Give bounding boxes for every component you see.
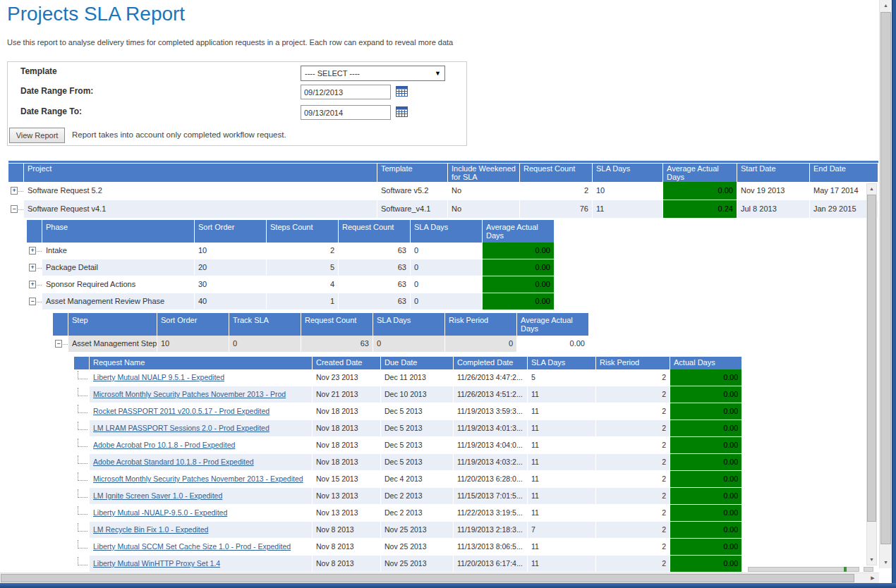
main-row: −Software Request v4.1Software_v4.1No761… — [8, 200, 878, 219]
request-name-link[interactable]: LM Ignite Screen Saver 1.0 - Expedited — [93, 491, 222, 500]
date-to-input[interactable] — [301, 105, 391, 120]
cell-sla_days: 11 — [528, 539, 596, 556]
collapse-icon[interactable]: − — [55, 340, 62, 348]
expand-cell — [74, 488, 90, 505]
expand-cell: − — [53, 336, 68, 353]
col-header-actual_days: Actual Days — [670, 357, 742, 369]
request-name-link[interactable]: Adobe Acrobat Standard 10.1.8 - Prod Exp… — [93, 458, 254, 466]
cell-sla_days: 11 — [528, 403, 596, 420]
template-label: Template — [20, 66, 57, 76]
cell-created: Nov 21 2013 — [313, 386, 381, 403]
request-name-link[interactable]: LM Recycle Bin Fix 1.0 - Expedited — [93, 525, 208, 534]
expand-cell — [74, 522, 90, 539]
request-name-link[interactable]: Liberty Mutual NUALP 9.5.1 - Expedited — [93, 373, 224, 381]
cell-due: Dec 2 2013 — [381, 488, 454, 505]
table-vertical-scrollbar[interactable]: ▲ ▼ — [866, 183, 877, 565]
expand-icon[interactable]: + — [29, 281, 36, 288]
scroll-right-icon[interactable]: ▶ — [867, 573, 878, 583]
expand-icon[interactable]: + — [29, 247, 36, 255]
request-name-link[interactable]: Adobe Acrobat Pro 10.1.8 - Prod Expedite… — [93, 441, 235, 449]
request-row: Microsoft Monthly Security Patches Novem… — [74, 386, 742, 403]
request-name-link[interactable]: LM LRAM PASSPORT Sessions 2.0 - Prod Exp… — [93, 424, 270, 432]
cell-request_count: 76 — [520, 200, 593, 219]
col-header-avg_actual: Average Actual Days — [663, 164, 737, 182]
cell-risk_period: 2 — [596, 471, 670, 488]
cell-due: Dec 4 2013 — [381, 471, 454, 488]
steps-table: StepSort OrderTrack SLARequest CountSLA … — [53, 313, 589, 353]
expand-cell: + — [27, 243, 42, 259]
page-scrollbar-thumb[interactable] — [880, 12, 891, 544]
cell-step: Asset Management Step — [68, 336, 157, 353]
request-name-link[interactable]: Microsoft Monthly Security Patches Novem… — [93, 390, 286, 398]
cell-name: Liberty Mutual NUALP 9.5.1 - Expedited — [90, 369, 313, 386]
col-header-created: Created Date — [313, 357, 381, 369]
col-header-avg_actual: Average Actual Days — [483, 220, 555, 243]
cell-created: Nov 13 2013 — [313, 505, 381, 522]
col-header-end_date: End Date — [810, 164, 878, 182]
expand-icon[interactable]: + — [29, 264, 36, 271]
col-header-request_count: Request Count — [520, 164, 593, 182]
collapse-icon[interactable]: − — [11, 205, 18, 213]
page-description: Use this report to analyse delivery time… — [7, 38, 453, 47]
request-name-link[interactable]: Liberty Mutual SCCM Set Cache Size 1.0 -… — [93, 542, 291, 551]
cell-name: Adobe Acrobat Standard 10.1.8 - Prod Exp… — [90, 454, 313, 471]
cell-completed: 11/19/2013 4:03:2... — [454, 454, 528, 471]
cell-phase: Package Detail — [42, 259, 195, 276]
template-select[interactable]: ---- SELECT ---- ▼ — [301, 66, 445, 81]
cell-sla_days: 11 — [528, 556, 596, 572]
tree-connector-icon — [78, 455, 87, 464]
request-name-link[interactable]: Liberty Mutual -NUALP-9.5.0 - Expedited — [93, 508, 227, 517]
scroll-down-icon[interactable]: ▼ — [880, 557, 892, 568]
cell-sla_days: 0 — [411, 293, 483, 310]
col-header-due: Due Date — [381, 357, 454, 369]
page-vertical-scrollbar[interactable]: ▲ ▼ — [879, 0, 892, 568]
request-row: LM Recycle Bin Fix 1.0 - ExpeditedNov 8 … — [74, 522, 742, 539]
tree-connector-icon — [78, 506, 87, 515]
col-header-risk_period: Risk Period — [445, 313, 517, 336]
request-name-link[interactable]: Rocket PASSPORT 2011 v20.0.5.17 - Prod E… — [93, 407, 270, 415]
view-report-button[interactable]: View Report — [9, 128, 65, 143]
cell-request_count: 63 — [339, 293, 411, 310]
scroll-up-icon[interactable]: ▲ — [867, 184, 876, 194]
cell-due: Dec 5 2013 — [381, 437, 454, 454]
date-from-input[interactable] — [301, 85, 391, 99]
phase-row: −Asset Management Review Phase4016300.00 — [27, 293, 555, 310]
cell-sort_order: 10 — [195, 243, 267, 259]
clipped-ui-fragment — [748, 567, 859, 572]
cell-risk_period: 2 — [596, 522, 670, 539]
cell-created: Nov 8 2013 — [313, 556, 381, 572]
cell-sort_order: 10 — [157, 336, 229, 353]
expand-icon[interactable]: + — [11, 187, 18, 195]
phases-table: PhaseSort OrderSteps CountRequest CountS… — [27, 220, 555, 310]
scroll-down-icon[interactable]: ▼ — [867, 555, 876, 565]
cell-actual_days: 0.00 — [670, 386, 742, 403]
table-scrollbar-thumb[interactable] — [867, 195, 876, 522]
col-header-name: Request Name — [90, 357, 313, 369]
cell-request_count: 2 — [520, 182, 593, 200]
cell-completed: 11/20/2013 6:17:4... — [454, 556, 528, 572]
expand-cell: − — [8, 200, 24, 219]
request-row: Liberty Mutual -NUALP-9.5.0 - ExpeditedN… — [74, 505, 742, 522]
clipped-ui-fragment — [864, 567, 873, 572]
cell-steps_count: 5 — [267, 259, 339, 276]
col-header-steps_count: Steps Count — [267, 220, 339, 243]
expand-cell — [74, 437, 90, 454]
expand-cell: − — [27, 293, 42, 310]
horizontal-scrollbar[interactable]: ▶ — [0, 572, 879, 583]
tree-connector-icon — [78, 371, 87, 379]
window-border-right — [892, 0, 896, 588]
cell-completed: 11/13/2013 8:06:5... — [454, 539, 528, 556]
horizontal-scrollbar-thumb[interactable] — [1, 574, 854, 582]
phase-row: +Package Detail2056300.00 — [27, 259, 555, 276]
collapse-icon[interactable]: − — [29, 298, 36, 305]
date-to-picker-button[interactable] — [395, 106, 408, 118]
request-name-link[interactable]: Liberty Mutual WinHTTP Proxy Set 1.4 — [93, 559, 220, 568]
date-from-picker-button[interactable] — [395, 85, 408, 98]
cell-sla_days: 11 — [528, 505, 596, 522]
request-row: Liberty Mutual SCCM Set Cache Size 1.0 -… — [74, 539, 742, 556]
cell-due: Nov 25 2013 — [381, 539, 454, 556]
cell-created: Nov 23 2013 — [313, 369, 381, 386]
cell-name: Liberty Mutual WinHTTP Proxy Set 1.4 — [90, 556, 313, 572]
request-name-link[interactable]: Microsoft Monthly Security Patches Novem… — [93, 474, 303, 483]
scroll-up-icon[interactable]: ▲ — [880, 0, 892, 11]
